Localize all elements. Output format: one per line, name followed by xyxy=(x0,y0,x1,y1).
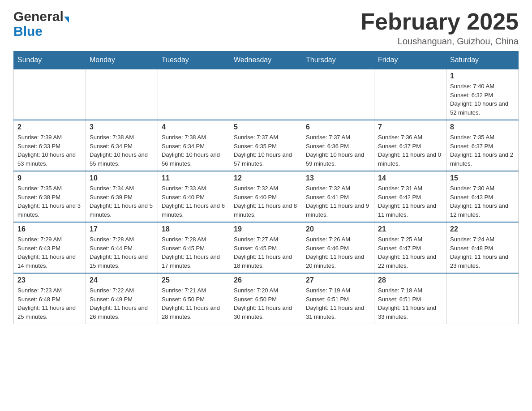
calendar-day-cell: 22Sunrise: 7:24 AMSunset: 6:48 PMDayligh… xyxy=(446,222,519,273)
calendar-day-cell xyxy=(446,273,519,324)
day-number: 4 xyxy=(162,123,226,131)
day-info: Sunrise: 7:32 AMSunset: 6:41 PMDaylight:… xyxy=(306,184,370,219)
day-info: Sunrise: 7:35 AMSunset: 6:37 PMDaylight:… xyxy=(450,133,515,168)
day-of-week-header: Thursday xyxy=(302,51,374,69)
day-number: 15 xyxy=(450,174,515,182)
day-info: Sunrise: 7:24 AMSunset: 6:48 PMDaylight:… xyxy=(450,235,515,270)
day-info: Sunrise: 7:38 AMSunset: 6:34 PMDaylight:… xyxy=(162,133,226,168)
day-info: Sunrise: 7:35 AMSunset: 6:38 PMDaylight:… xyxy=(17,184,82,219)
day-number: 13 xyxy=(306,174,370,182)
title-section: February 2025 Loushanguan, Guizhou, Chin… xyxy=(360,9,519,47)
day-info: Sunrise: 7:19 AMSunset: 6:51 PMDaylight:… xyxy=(306,286,370,321)
calendar-body: 1Sunrise: 7:40 AMSunset: 6:32 PMDaylight… xyxy=(14,69,519,324)
page-header: General Blue February 2025 Loushanguan, … xyxy=(13,9,519,47)
calendar-week-row: 2Sunrise: 7:39 AMSunset: 6:33 PMDaylight… xyxy=(14,120,519,171)
calendar-day-cell: 24Sunrise: 7:22 AMSunset: 6:49 PMDayligh… xyxy=(86,273,158,324)
day-number: 18 xyxy=(162,225,226,233)
calendar-day-cell: 23Sunrise: 7:23 AMSunset: 6:48 PMDayligh… xyxy=(14,273,86,324)
day-info: Sunrise: 7:29 AMSunset: 6:43 PMDaylight:… xyxy=(17,235,82,270)
day-info: Sunrise: 7:34 AMSunset: 6:39 PMDaylight:… xyxy=(90,184,154,219)
calendar-day-cell: 11Sunrise: 7:33 AMSunset: 6:40 PMDayligh… xyxy=(158,171,230,222)
day-number: 7 xyxy=(378,123,442,131)
calendar-week-row: 16Sunrise: 7:29 AMSunset: 6:43 PMDayligh… xyxy=(14,222,519,273)
day-info: Sunrise: 7:38 AMSunset: 6:34 PMDaylight:… xyxy=(90,133,154,168)
day-info: Sunrise: 7:21 AMSunset: 6:50 PMDaylight:… xyxy=(162,286,226,321)
calendar-day-cell: 2Sunrise: 7:39 AMSunset: 6:33 PMDaylight… xyxy=(14,120,86,171)
calendar-week-row: 23Sunrise: 7:23 AMSunset: 6:48 PMDayligh… xyxy=(14,273,519,324)
day-number: 10 xyxy=(90,174,154,182)
day-info: Sunrise: 7:22 AMSunset: 6:49 PMDaylight:… xyxy=(90,286,154,321)
calendar-day-cell: 15Sunrise: 7:30 AMSunset: 6:43 PMDayligh… xyxy=(446,171,519,222)
day-info: Sunrise: 7:37 AMSunset: 6:35 PMDaylight:… xyxy=(234,133,298,168)
calendar-day-cell: 19Sunrise: 7:27 AMSunset: 6:45 PMDayligh… xyxy=(230,222,302,273)
day-info: Sunrise: 7:20 AMSunset: 6:50 PMDaylight:… xyxy=(234,286,298,321)
logo-triangle-icon xyxy=(64,17,69,23)
calendar-day-cell: 10Sunrise: 7:34 AMSunset: 6:39 PMDayligh… xyxy=(86,171,158,222)
day-info: Sunrise: 7:30 AMSunset: 6:43 PMDaylight:… xyxy=(450,184,515,219)
day-info: Sunrise: 7:27 AMSunset: 6:45 PMDaylight:… xyxy=(234,235,298,270)
day-of-week-header: Tuesday xyxy=(158,51,230,69)
calendar-day-cell: 5Sunrise: 7:37 AMSunset: 6:35 PMDaylight… xyxy=(230,120,302,171)
calendar-header: SundayMondayTuesdayWednesdayThursdayFrid… xyxy=(14,51,519,69)
day-number: 2 xyxy=(17,123,82,131)
location-subtitle: Loushanguan, Guizhou, China xyxy=(360,36,519,47)
calendar-day-cell: 1Sunrise: 7:40 AMSunset: 6:32 PMDaylight… xyxy=(446,69,519,120)
calendar-day-cell: 14Sunrise: 7:31 AMSunset: 6:42 PMDayligh… xyxy=(374,171,446,222)
calendar-day-cell: 20Sunrise: 7:26 AMSunset: 6:46 PMDayligh… xyxy=(302,222,374,273)
calendar-day-cell: 9Sunrise: 7:35 AMSunset: 6:38 PMDaylight… xyxy=(14,171,86,222)
calendar-day-cell xyxy=(158,69,230,120)
calendar-day-cell: 17Sunrise: 7:28 AMSunset: 6:44 PMDayligh… xyxy=(86,222,158,273)
day-number: 20 xyxy=(306,225,370,233)
day-number: 24 xyxy=(90,276,154,284)
calendar-day-cell xyxy=(374,69,446,120)
day-number: 11 xyxy=(162,174,226,182)
day-number: 1 xyxy=(450,72,515,80)
day-number: 12 xyxy=(234,174,298,182)
day-header-row: SundayMondayTuesdayWednesdayThursdayFrid… xyxy=(14,51,519,69)
day-info: Sunrise: 7:32 AMSunset: 6:40 PMDaylight:… xyxy=(234,184,298,219)
day-number: 6 xyxy=(306,123,370,131)
calendar-day-cell xyxy=(302,69,374,120)
calendar-day-cell: 21Sunrise: 7:25 AMSunset: 6:47 PMDayligh… xyxy=(374,222,446,273)
day-info: Sunrise: 7:39 AMSunset: 6:33 PMDaylight:… xyxy=(17,133,82,168)
calendar-title: February 2025 xyxy=(360,9,519,34)
day-number: 17 xyxy=(90,225,154,233)
day-number: 27 xyxy=(306,276,370,284)
day-info: Sunrise: 7:36 AMSunset: 6:37 PMDaylight:… xyxy=(378,133,442,168)
calendar-day-cell: 25Sunrise: 7:21 AMSunset: 6:50 PMDayligh… xyxy=(158,273,230,324)
logo-general-text: General xyxy=(13,9,64,24)
calendar-week-row: 1Sunrise: 7:40 AMSunset: 6:32 PMDaylight… xyxy=(14,69,519,120)
day-of-week-header: Wednesday xyxy=(230,51,302,69)
calendar-day-cell: 16Sunrise: 7:29 AMSunset: 6:43 PMDayligh… xyxy=(14,222,86,273)
calendar-day-cell: 6Sunrise: 7:37 AMSunset: 6:36 PMDaylight… xyxy=(302,120,374,171)
day-of-week-header: Monday xyxy=(86,51,158,69)
day-info: Sunrise: 7:37 AMSunset: 6:36 PMDaylight:… xyxy=(306,133,370,168)
calendar-day-cell xyxy=(230,69,302,120)
day-info: Sunrise: 7:31 AMSunset: 6:42 PMDaylight:… xyxy=(378,184,442,219)
day-info: Sunrise: 7:33 AMSunset: 6:40 PMDaylight:… xyxy=(162,184,226,219)
calendar-table: SundayMondayTuesdayWednesdayThursdayFrid… xyxy=(13,51,519,324)
day-info: Sunrise: 7:26 AMSunset: 6:46 PMDaylight:… xyxy=(306,235,370,270)
calendar-day-cell: 4Sunrise: 7:38 AMSunset: 6:34 PMDaylight… xyxy=(158,120,230,171)
day-info: Sunrise: 7:25 AMSunset: 6:47 PMDaylight:… xyxy=(378,235,442,270)
calendar-day-cell: 13Sunrise: 7:32 AMSunset: 6:41 PMDayligh… xyxy=(302,171,374,222)
day-number: 16 xyxy=(17,225,82,233)
logo-blue-text: Blue xyxy=(13,24,69,39)
day-number: 21 xyxy=(378,225,442,233)
day-of-week-header: Friday xyxy=(374,51,446,69)
day-of-week-header: Saturday xyxy=(446,51,519,69)
day-info: Sunrise: 7:23 AMSunset: 6:48 PMDaylight:… xyxy=(17,286,82,321)
calendar-day-cell: 28Sunrise: 7:18 AMSunset: 6:51 PMDayligh… xyxy=(374,273,446,324)
day-number: 22 xyxy=(450,225,515,233)
calendar-day-cell: 3Sunrise: 7:38 AMSunset: 6:34 PMDaylight… xyxy=(86,120,158,171)
calendar-day-cell: 8Sunrise: 7:35 AMSunset: 6:37 PMDaylight… xyxy=(446,120,519,171)
day-number: 23 xyxy=(17,276,82,284)
day-number: 26 xyxy=(234,276,298,284)
day-number: 28 xyxy=(378,276,442,284)
calendar-day-cell xyxy=(14,69,86,120)
day-of-week-header: Sunday xyxy=(14,51,86,69)
calendar-week-row: 9Sunrise: 7:35 AMSunset: 6:38 PMDaylight… xyxy=(14,171,519,222)
day-number: 8 xyxy=(450,123,515,131)
day-info: Sunrise: 7:28 AMSunset: 6:44 PMDaylight:… xyxy=(90,235,154,270)
day-info: Sunrise: 7:40 AMSunset: 6:32 PMDaylight:… xyxy=(450,82,515,117)
